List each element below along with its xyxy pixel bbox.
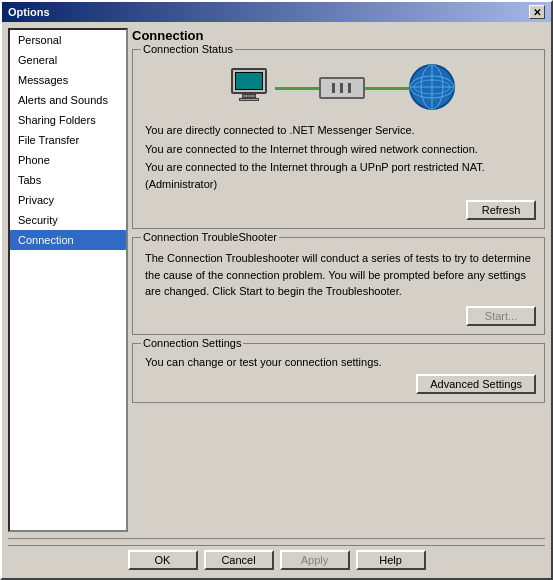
sidebar-item-sharing-folders[interactable]: Sharing Folders — [10, 110, 126, 130]
monitor-screen — [235, 72, 263, 90]
main-content: Personal General Messages Alerts and Sou… — [8, 28, 545, 532]
sidebar-item-messages[interactable]: Messages — [10, 70, 126, 90]
help-button[interactable]: Help — [356, 550, 426, 570]
status-line-2: You are connected to the Internet throug… — [145, 141, 532, 158]
sidebar-item-connection[interactable]: Connection — [10, 230, 126, 250]
sidebar-item-phone[interactable]: Phone — [10, 150, 126, 170]
start-button[interactable]: Start... — [466, 306, 536, 326]
router-line-3 — [348, 83, 351, 93]
monitor-stand — [239, 98, 259, 101]
status-line-3: You are connected to the Internet throug… — [145, 159, 532, 192]
connection-settings-group: Connection Settings You can change or te… — [132, 343, 545, 403]
settings-description: You can change or test your connection s… — [141, 354, 536, 370]
right-panel: Connection Connection Status — [132, 28, 545, 532]
status-line-1: You are directly connected to .NET Messe… — [145, 122, 532, 139]
line-right — [365, 87, 409, 90]
title-bar: Options ✕ — [2, 2, 551, 22]
ok-button[interactable]: OK — [128, 550, 198, 570]
close-button[interactable]: ✕ — [529, 5, 545, 19]
sidebar-item-privacy[interactable]: Privacy — [10, 190, 126, 210]
window-body: Personal General Messages Alerts and Sou… — [2, 22, 551, 578]
router-container — [319, 77, 365, 99]
apply-button[interactable]: Apply — [280, 550, 350, 570]
sidebar: Personal General Messages Alerts and Sou… — [8, 28, 128, 532]
advanced-settings-button[interactable]: Advanced Settings — [416, 374, 536, 394]
connection-status-group: Connection Status — [132, 49, 545, 229]
cancel-button[interactable]: Cancel — [204, 550, 274, 570]
sidebar-item-alerts-sounds[interactable]: Alerts and Sounds — [10, 90, 126, 110]
status-text-area: You are directly connected to .NET Messe… — [141, 120, 536, 196]
router-line-1 — [332, 83, 335, 93]
troubleshooter-group: Connection TroubleShooter The Connection… — [132, 237, 545, 335]
router-line-2 — [340, 83, 343, 93]
sidebar-item-tabs[interactable]: Tabs — [10, 170, 126, 190]
refresh-button[interactable]: Refresh — [466, 200, 536, 220]
advanced-row: Advanced Settings — [141, 374, 536, 394]
computer-icon — [223, 68, 275, 116]
sidebar-item-security[interactable]: Security — [10, 210, 126, 230]
troubleshooter-title: Connection TroubleShooter — [141, 231, 279, 243]
connection-settings-title: Connection Settings — [141, 337, 243, 349]
connection-status-title: Connection Status — [141, 43, 235, 55]
options-window: Options ✕ Personal General Messages Aler… — [0, 0, 553, 580]
globe-icon — [409, 64, 455, 110]
line-left — [275, 87, 319, 90]
bottom-bar: OK Cancel Apply Help — [8, 545, 545, 572]
sidebar-item-general[interactable]: General — [10, 50, 126, 70]
connection-diagram — [141, 60, 536, 120]
start-row: Start... — [141, 306, 536, 326]
monitor — [231, 68, 267, 94]
sidebar-item-file-transfer[interactable]: File Transfer — [10, 130, 126, 150]
section-title: Connection — [132, 28, 545, 43]
router-icon — [319, 77, 365, 99]
sidebar-item-personal[interactable]: Personal — [10, 30, 126, 50]
window-title: Options — [8, 6, 50, 18]
refresh-row: Refresh — [141, 200, 536, 220]
troubleshooter-description: The Connection Troubleshooter will condu… — [141, 248, 536, 302]
globe-container — [409, 64, 455, 112]
bottom-separator — [8, 538, 545, 539]
